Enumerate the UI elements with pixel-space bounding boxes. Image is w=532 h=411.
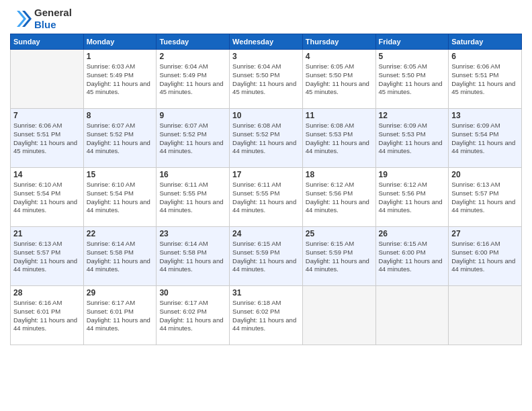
cell-info: Sunrise: 6:08 AMSunset: 5:53 PMDaylight:…	[306, 122, 373, 156]
day-number: 11	[306, 111, 373, 120]
cell-info: Sunrise: 6:07 AMSunset: 5:52 PMDaylight:…	[87, 122, 154, 156]
calendar-cell: 30Sunrise: 6:17 AMSunset: 6:02 PMDayligh…	[157, 286, 230, 345]
calendar-cell: 8Sunrise: 6:07 AMSunset: 5:52 PMDaylight…	[83, 109, 157, 168]
weekday-header-wednesday: Wednesday	[230, 34, 303, 50]
cell-info: Sunrise: 6:04 AMSunset: 5:49 PMDaylight:…	[159, 62, 226, 97]
calendar-cell	[449, 286, 522, 345]
cell-info: Sunrise: 6:17 AMSunset: 6:02 PMDaylight:…	[159, 299, 226, 333]
day-number: 29	[87, 288, 154, 298]
calendar-cell	[375, 286, 449, 345]
calendar-cell: 13Sunrise: 6:09 AMSunset: 5:54 PMDayligh…	[449, 109, 522, 168]
calendar-cell: 31Sunrise: 6:18 AMSunset: 6:02 PMDayligh…	[230, 286, 303, 345]
calendar-cell	[302, 286, 375, 345]
day-number: 4	[306, 52, 373, 61]
calendar-cell: 4Sunrise: 6:05 AMSunset: 5:50 PMDaylight…	[302, 50, 375, 109]
cell-info: Sunrise: 6:11 AMSunset: 5:55 PMDaylight:…	[232, 181, 300, 215]
logo-icon	[10, 8, 32, 30]
calendar-cell: 18Sunrise: 6:12 AMSunset: 5:56 PMDayligh…	[302, 168, 375, 227]
cell-info: Sunrise: 6:06 AMSunset: 5:51 PMDaylight:…	[13, 122, 81, 156]
calendar-cell: 24Sunrise: 6:15 AMSunset: 5:59 PMDayligh…	[230, 227, 303, 286]
weekday-header-monday: Monday	[83, 34, 157, 50]
calendar-table: SundayMondayTuesdayWednesdayThursdayFrid…	[10, 34, 522, 345]
calendar-cell: 25Sunrise: 6:15 AMSunset: 5:59 PMDayligh…	[302, 227, 375, 286]
calendar-cell: 22Sunrise: 6:14 AMSunset: 5:58 PMDayligh…	[83, 227, 157, 286]
day-number: 13	[451, 111, 519, 120]
calendar-cell: 23Sunrise: 6:14 AMSunset: 5:58 PMDayligh…	[157, 227, 230, 286]
cell-info: Sunrise: 6:17 AMSunset: 6:01 PMDaylight:…	[87, 299, 154, 333]
day-number: 3	[232, 52, 300, 61]
cell-info: Sunrise: 6:13 AMSunset: 5:57 PMDaylight:…	[451, 181, 519, 215]
day-number: 21	[13, 229, 81, 238]
cell-info: Sunrise: 6:06 AMSunset: 5:51 PMDaylight:…	[451, 62, 519, 97]
svg-rect-0	[10, 8, 32, 30]
weekday-header-friday: Friday	[375, 34, 449, 50]
calendar-cell: 5Sunrise: 6:05 AMSunset: 5:50 PMDaylight…	[375, 50, 449, 109]
calendar-header: SundayMondayTuesdayWednesdayThursdayFrid…	[11, 34, 522, 50]
logo: General Blue	[10, 7, 72, 31]
day-number: 26	[379, 229, 446, 238]
calendar-cell: 21Sunrise: 6:13 AMSunset: 5:57 PMDayligh…	[11, 227, 84, 286]
day-number: 2	[159, 52, 226, 61]
cell-info: Sunrise: 6:05 AMSunset: 5:50 PMDaylight:…	[379, 62, 446, 97]
cell-info: Sunrise: 6:10 AMSunset: 5:54 PMDaylight:…	[13, 181, 81, 215]
day-number: 10	[232, 111, 300, 120]
day-number: 14	[13, 170, 81, 179]
day-number: 22	[87, 229, 154, 238]
day-number: 28	[13, 288, 81, 298]
calendar-cell: 27Sunrise: 6:16 AMSunset: 6:00 PMDayligh…	[449, 227, 522, 286]
day-number: 1	[87, 52, 154, 61]
day-number: 6	[451, 52, 519, 61]
day-number: 24	[232, 229, 300, 238]
cell-info: Sunrise: 6:18 AMSunset: 6:02 PMDaylight:…	[232, 299, 300, 333]
day-number: 5	[379, 52, 446, 61]
cell-info: Sunrise: 6:12 AMSunset: 5:56 PMDaylight:…	[379, 181, 446, 215]
calendar-cell: 16Sunrise: 6:11 AMSunset: 5:55 PMDayligh…	[157, 168, 230, 227]
cell-info: Sunrise: 6:15 AMSunset: 6:00 PMDaylight:…	[379, 240, 446, 274]
cell-info: Sunrise: 6:14 AMSunset: 5:58 PMDaylight:…	[159, 240, 226, 274]
day-number: 31	[232, 288, 300, 298]
calendar-cell: 19Sunrise: 6:12 AMSunset: 5:56 PMDayligh…	[375, 168, 449, 227]
cell-info: Sunrise: 6:04 AMSunset: 5:50 PMDaylight:…	[232, 62, 300, 97]
cell-info: Sunrise: 6:08 AMSunset: 5:52 PMDaylight:…	[232, 122, 300, 156]
calendar-cell: 26Sunrise: 6:15 AMSunset: 6:00 PMDayligh…	[375, 227, 449, 286]
cell-info: Sunrise: 6:16 AMSunset: 6:00 PMDaylight:…	[451, 240, 519, 274]
day-number: 27	[451, 229, 519, 238]
calendar-cell: 1Sunrise: 6:03 AMSunset: 5:49 PMDaylight…	[83, 50, 157, 109]
day-number: 25	[306, 229, 373, 238]
calendar-cell: 10Sunrise: 6:08 AMSunset: 5:52 PMDayligh…	[230, 109, 303, 168]
calendar-cell: 11Sunrise: 6:08 AMSunset: 5:53 PMDayligh…	[302, 109, 375, 168]
calendar-cell: 9Sunrise: 6:07 AMSunset: 5:52 PMDaylight…	[157, 109, 230, 168]
cell-info: Sunrise: 6:11 AMSunset: 5:55 PMDaylight:…	[159, 181, 226, 215]
header: General Blue	[10, 7, 522, 31]
day-number: 8	[87, 111, 154, 120]
day-number: 30	[159, 288, 226, 298]
cell-info: Sunrise: 6:15 AMSunset: 5:59 PMDaylight:…	[232, 240, 300, 274]
cell-info: Sunrise: 6:07 AMSunset: 5:52 PMDaylight:…	[159, 122, 226, 156]
calendar-cell: 29Sunrise: 6:17 AMSunset: 6:01 PMDayligh…	[83, 286, 157, 345]
day-number: 12	[379, 111, 446, 120]
calendar-cell	[11, 50, 84, 109]
day-number: 15	[87, 170, 154, 179]
calendar-cell: 6Sunrise: 6:06 AMSunset: 5:51 PMDaylight…	[449, 50, 522, 109]
weekday-header-sunday: Sunday	[11, 34, 84, 50]
calendar-cell: 2Sunrise: 6:04 AMSunset: 5:49 PMDaylight…	[157, 50, 230, 109]
weekday-header-saturday: Saturday	[449, 34, 522, 50]
day-number: 17	[232, 170, 300, 179]
day-number: 7	[13, 111, 81, 120]
calendar-cell: 7Sunrise: 6:06 AMSunset: 5:51 PMDaylight…	[11, 109, 84, 168]
calendar-cell: 15Sunrise: 6:10 AMSunset: 5:54 PMDayligh…	[83, 168, 157, 227]
cell-info: Sunrise: 6:13 AMSunset: 5:57 PMDaylight:…	[13, 240, 81, 274]
day-number: 23	[159, 229, 226, 238]
calendar-cell: 14Sunrise: 6:10 AMSunset: 5:54 PMDayligh…	[11, 168, 84, 227]
cell-info: Sunrise: 6:16 AMSunset: 6:01 PMDaylight:…	[13, 299, 81, 333]
cell-info: Sunrise: 6:03 AMSunset: 5:49 PMDaylight:…	[87, 62, 154, 97]
cell-info: Sunrise: 6:09 AMSunset: 5:53 PMDaylight:…	[379, 122, 446, 156]
cell-info: Sunrise: 6:05 AMSunset: 5:50 PMDaylight:…	[306, 62, 373, 97]
calendar-cell: 17Sunrise: 6:11 AMSunset: 5:55 PMDayligh…	[230, 168, 303, 227]
calendar-cell: 20Sunrise: 6:13 AMSunset: 5:57 PMDayligh…	[449, 168, 522, 227]
day-number: 18	[306, 170, 373, 179]
logo-blue: Blue	[34, 19, 56, 30]
cell-info: Sunrise: 6:12 AMSunset: 5:56 PMDaylight:…	[306, 181, 373, 215]
cell-info: Sunrise: 6:14 AMSunset: 5:58 PMDaylight:…	[87, 240, 154, 274]
calendar-cell: 28Sunrise: 6:16 AMSunset: 6:01 PMDayligh…	[11, 286, 84, 345]
